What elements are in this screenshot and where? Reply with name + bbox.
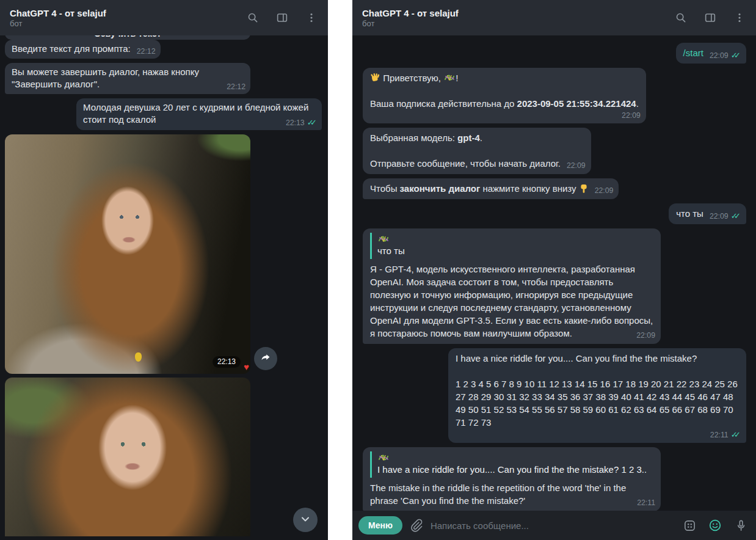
search-icon[interactable]: [245, 10, 261, 26]
message-bubble[interactable]: Чтобы закончить диалог нажмите кнопку вн…: [363, 178, 619, 199]
search-icon[interactable]: [673, 10, 689, 26]
menu-button[interactable]: Меню: [358, 516, 402, 535]
message-time: 22:13: [286, 119, 305, 127]
message-text: Выбранная модель:: [370, 133, 457, 143]
chat-subtitle: бот: [362, 19, 673, 29]
chat-panel-right: ChatGPT 4 - от selajuf бот /start22:09✓✓…: [352, 0, 756, 540]
message-bubble[interactable]: Выбранная модель: gpt-4. Отправьте сообщ…: [363, 128, 591, 174]
message-row: Вы можете завершить диалог, нажав кнопку…: [5, 63, 322, 94]
emoji-icon[interactable]: [707, 517, 723, 533]
message-meta: 22:09: [636, 331, 655, 340]
message-text: Введите текст для промпта:: [12, 43, 131, 54]
chat-info[interactable]: ChatGPT 4 - от selajuf бот: [10, 7, 245, 29]
mic-icon[interactable]: [733, 517, 749, 533]
quote-block[interactable]: I have a nice riddle for you.... Can you…: [370, 451, 653, 478]
quote-text: что ты: [377, 244, 646, 257]
message-meta: 22:11✓✓: [456, 430, 741, 440]
message-list: /start22:09✓✓ Приветствую, ! Ваша подпис…: [352, 0, 756, 540]
message-text: Я - GPT-4, модель искусственного интелле…: [370, 264, 655, 338]
chat-subtitle: бот: [10, 19, 245, 29]
wave-emoji: [370, 73, 380, 83]
message-text: Молодая девушка 20 лет с кудрями и бледн…: [83, 102, 311, 125]
kebab-menu-icon[interactable]: [303, 10, 319, 26]
message-row: Выбранная модель: gpt-4. Отправьте сообщ…: [363, 128, 746, 174]
chat-info[interactable]: ChatGPT 4 - от selajuf бот: [362, 7, 673, 29]
message-input[interactable]: [431, 520, 675, 531]
message-meta: 22:12: [227, 82, 245, 92]
message-time: 22:09: [567, 161, 586, 170]
message-meta: 22:09: [595, 186, 614, 195]
message-row: /start22:09✓✓: [363, 43, 746, 64]
message-time: 22:12: [227, 82, 245, 91]
message-row: Введите текст для промпта:22:12: [5, 40, 322, 59]
message-row: I have a nice riddle for you.... Can you…: [363, 348, 746, 443]
chat-title: ChatGPT 4 - от selajuf: [362, 7, 673, 19]
read-checks-icon: ✓✓: [731, 430, 741, 439]
quote-block[interactable]: что ты: [370, 233, 653, 259]
message-time: 22:09: [710, 51, 729, 60]
message-bubble[interactable]: Введите текст для промпта:22:12: [5, 40, 161, 59]
read-checks-icon: ✓✓: [731, 51, 741, 60]
message-meta: 22:09✓✓: [710, 211, 741, 221]
heart-reaction[interactable]: ♥: [244, 362, 249, 372]
bot-keyboard-icon[interactable]: [681, 517, 697, 533]
message-meta: 22:12: [137, 47, 156, 56]
composer-actions: [681, 517, 749, 533]
message-row: Молодая девушка 20 лет с кудрями и бледн…: [5, 98, 322, 130]
message-text: .: [636, 98, 639, 109]
message-bubble[interactable]: что тыЯ - GPT-4, модель искусственного и…: [363, 228, 661, 344]
forward-button[interactable]: [254, 347, 277, 370]
read-checks-icon: ✓✓: [731, 211, 741, 221]
chat-header: ChatGPT 4 - от selajuf бот: [352, 0, 756, 35]
message-time: 22:11: [637, 498, 655, 507]
message-text: Чтобы: [370, 183, 400, 194]
message-text: Вы можете завершить диалог, нажав кнопку…: [12, 67, 202, 89]
photo-time-badge: 22:13: [213, 356, 241, 368]
message-bubble[interactable]: что ты22:09✓✓: [669, 203, 746, 224]
message-row: что тыЯ - GPT-4, модель искусственного и…: [363, 228, 746, 344]
quote-sender: [377, 233, 651, 244]
photo-message-row: [5, 378, 322, 536]
message-text: /start: [683, 48, 703, 58]
scroll-to-bottom-button[interactable]: [293, 508, 318, 532]
message-meta: 22:09✓✓: [710, 51, 741, 60]
message-meta: 22:11: [637, 498, 655, 508]
kebab-menu-icon[interactable]: [732, 10, 747, 26]
message-time: 22:09: [710, 212, 729, 221]
photo-message[interactable]: [5, 378, 250, 536]
message-meta: 22:09: [370, 111, 641, 120]
message-meta: 22:09: [567, 161, 586, 170]
message-bubble[interactable]: /start22:09✓✓: [676, 43, 746, 64]
message-row: Чтобы закончить диалог нажмите кнопку вн…: [363, 178, 746, 199]
point-down-emoji: [579, 183, 589, 194]
sidebar-toggle-icon[interactable]: [702, 10, 718, 26]
message-row: I have a nice riddle for you.... Can you…: [363, 447, 746, 511]
message-time: 22:11: [710, 431, 729, 439]
message-row: Приветствую, ! Ваша подписка действитель…: [363, 68, 746, 123]
message-time: 22:09: [622, 111, 641, 120]
message-bubble[interactable]: Молодая девушка 20 лет с кудрями и бледн…: [76, 98, 322, 130]
redacted-username-scribble: [377, 451, 390, 464]
header-actions: [245, 10, 319, 26]
header-actions: [673, 10, 747, 26]
message-text: I have a nice riddle for you.... Can you…: [456, 353, 740, 428]
sidebar-toggle-icon[interactable]: [274, 10, 290, 26]
redacted-username-scribble: [377, 233, 390, 246]
message-bubble[interactable]: Вы можете завершить диалог, нажав кнопку…: [5, 63, 250, 94]
message-time: 22:12: [137, 47, 156, 56]
forward-icon: [260, 351, 272, 366]
message-bubble[interactable]: Приветствую, ! Ваша подписка действитель…: [363, 68, 646, 123]
redacted-username-scribble: [443, 73, 456, 83]
message-bubble[interactable]: I have a nice riddle for you.... Can you…: [363, 447, 661, 511]
photo-message[interactable]: 22:13♥: [5, 134, 250, 374]
message-text: нажмите кнопку внизу: [480, 183, 578, 194]
paperclip-icon[interactable]: [409, 517, 424, 533]
read-checks-icon: ✓✓: [307, 118, 317, 127]
message-row: что ты22:09✓✓: [363, 203, 746, 224]
photo-message-row: 22:13♥: [5, 134, 322, 374]
message-text: gpt-4: [457, 133, 480, 143]
message-text: что ты: [676, 208, 703, 219]
message-text: The mistake in the riddle is the repetit…: [370, 483, 628, 506]
message-bubble[interactable]: I have a nice riddle for you.... Can you…: [448, 348, 746, 443]
message-time: 22:09: [636, 331, 655, 340]
